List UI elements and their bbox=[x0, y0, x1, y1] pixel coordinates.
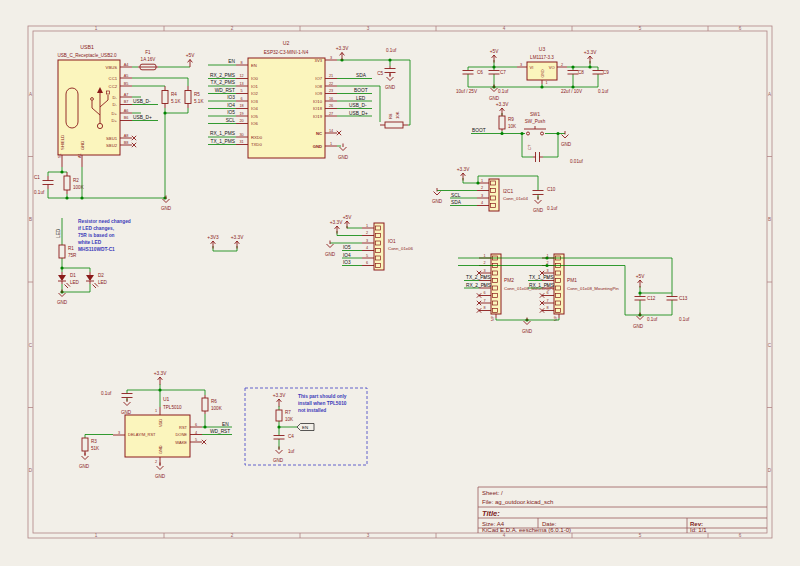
power-3v3-icon bbox=[500, 108, 505, 116]
component-c-tpl[interactable]: 0.1uf bbox=[101, 391, 133, 398]
c8-value: 22uf / 10V bbox=[561, 89, 583, 94]
pm1-value: Conn_01x08_MountingPin bbox=[567, 286, 619, 291]
c9-ref: C9 bbox=[603, 70, 609, 75]
pin-number: 4 bbox=[195, 431, 197, 435]
c10-ref: C10 bbox=[547, 187, 556, 192]
gnd-icon bbox=[535, 197, 542, 204]
pin-number: B7 bbox=[124, 100, 129, 104]
component-u3[interactable]: U3 LM1117-3.3 VI VO GND 3 2 1 bbox=[517, 46, 567, 85]
gnd-label: GND bbox=[633, 324, 644, 329]
component-r8[interactable]: R8 10K bbox=[380, 111, 408, 128]
component-c6[interactable]: C6 10uf / 25V bbox=[456, 70, 483, 94]
component-c7[interactable]: C7 0.1uf bbox=[489, 70, 509, 94]
schematic-canvas[interactable]: 1 2 3 4 5 6 1 2 3 4 5 6 A B C D A B C D … bbox=[0, 0, 800, 566]
pin-name: GND bbox=[541, 69, 545, 77]
component-d2[interactable]: D2 LED bbox=[86, 272, 108, 288]
power-3v3-icon bbox=[235, 241, 240, 249]
d2-value: LED bbox=[98, 280, 108, 285]
component-io1[interactable]: 1 2 3 4 5 6 IO1 Conn_01x06 bbox=[362, 223, 413, 270]
component-d1[interactable]: D1 LED bbox=[58, 272, 80, 288]
pin-number: 1 bbox=[366, 224, 368, 228]
pin-number: 6 bbox=[195, 423, 197, 427]
regulator-section[interactable]: U3 LM1117-3.3 VI VO GND 3 2 1 +5V +3.3V … bbox=[456, 46, 609, 101]
component-c-sw[interactable]: C? 0.01uf bbox=[527, 144, 583, 164]
component-u2[interactable]: U2 ESP32-C3-MINI-1-N4 EN IO0 IO1 IO2 IO3… bbox=[236, 40, 341, 158]
net-label-sda: SDA bbox=[451, 200, 462, 205]
component-sw1[interactable]: SW1 SW_Push bbox=[524, 112, 546, 136]
component-i2c1[interactable]: 1 2 3 4 I2C1 Conn_01x04 bbox=[477, 179, 528, 211]
pin-name: RXD0 bbox=[251, 135, 263, 140]
pin-name: IO18 bbox=[313, 106, 323, 111]
c1-value: 0.1uf bbox=[34, 190, 45, 195]
pin-number: 27 bbox=[329, 112, 333, 116]
svg-text:white LED: white LED bbox=[77, 240, 102, 245]
net-label-usb-dm: USB_D- bbox=[349, 103, 367, 108]
svg-text:This part should only: This part should only bbox=[298, 394, 347, 399]
r3-ref: R3 bbox=[91, 439, 97, 444]
pin-number: B6 bbox=[124, 116, 129, 120]
pin-number: 3 bbox=[520, 63, 522, 67]
io1-ref: IO1 bbox=[388, 239, 396, 244]
col-label: 1 bbox=[95, 26, 98, 31]
component-r2[interactable]: R2 100K bbox=[64, 172, 85, 194]
boot-switch-section[interactable]: R9 10K +3.3V SW1 SW_Push C? 0.01uf GND B… bbox=[471, 102, 583, 164]
power-label: +5V bbox=[343, 215, 352, 220]
wires-pm[interactable] bbox=[458, 256, 672, 321]
component-c9[interactable]: C9 0.1uf bbox=[593, 70, 610, 94]
pin-name: IO3 bbox=[251, 99, 258, 104]
component-r3[interactable]: R3 51K bbox=[82, 438, 100, 455]
pm-section[interactable]: 1 2 3 4 5 6 7 8 MP PM2 Conn_01x08_Mounti… bbox=[458, 254, 690, 334]
component-r9[interactable]: R9 10K bbox=[499, 116, 517, 131]
pin-number: 6 bbox=[546, 291, 548, 295]
net-label: IO5 bbox=[227, 110, 235, 115]
component-r6[interactable]: R6 100K bbox=[202, 395, 223, 414]
alt-en-section[interactable]: +3.3V R7 10K EN C4 1uf GND This part sho… bbox=[245, 388, 367, 465]
power-3v3-alt-icon bbox=[211, 241, 216, 249]
c1-ref: C1 bbox=[34, 175, 40, 180]
c4-value: 1uf bbox=[288, 449, 295, 454]
pin-number: 3 bbox=[546, 269, 548, 273]
title-block-tool: KiCad E.D.A. eeschema (6.0.1-0) bbox=[482, 527, 571, 533]
component-r5[interactable]: R5 5.1K bbox=[185, 86, 204, 108]
pin-name: GND bbox=[313, 144, 322, 149]
r5-value: 5.1K bbox=[194, 99, 204, 104]
gnd-icon bbox=[163, 196, 170, 203]
i2c1-value: Conn_01x04 bbox=[503, 196, 528, 201]
power-5v-icon bbox=[188, 60, 193, 68]
c6-ref: C6 bbox=[477, 70, 483, 75]
row-label: B bbox=[29, 217, 32, 222]
component-r1[interactable]: R1 75R bbox=[59, 245, 77, 258]
component-c13[interactable]: C13 0.1uf bbox=[667, 296, 690, 322]
pin-name: TXD0 bbox=[251, 142, 262, 147]
pin-number: 2 bbox=[561, 63, 563, 67]
row-label: C bbox=[29, 343, 33, 348]
wires-u2-right[interactable] bbox=[337, 58, 410, 146]
power-label: +3.3V bbox=[154, 371, 167, 376]
net-label: RX_1_PMS bbox=[210, 131, 235, 136]
component-r7[interactable]: R7 10K bbox=[276, 410, 294, 422]
net-label: RX_1_PMS bbox=[529, 283, 554, 288]
gnd-icon bbox=[276, 447, 283, 454]
component-c1[interactable]: C1 0.1uf bbox=[34, 175, 54, 195]
component-usb1[interactable]: USB1 USB_C_Receptacle_USB2.0 VBUS CC1 CC… bbox=[57, 44, 136, 167]
col-label: 5 bbox=[639, 26, 642, 31]
pin-number: 18 bbox=[239, 104, 243, 108]
pin-number: 2 bbox=[366, 231, 368, 235]
component-r4[interactable]: R4 5.1K bbox=[162, 86, 181, 108]
col-label: 4 bbox=[503, 26, 506, 31]
r2-ref: R2 bbox=[73, 178, 79, 183]
led-section[interactable]: LED R1 75R D1 LED D2 LED GND bbox=[56, 218, 108, 305]
col-label: 5 bbox=[639, 533, 642, 538]
component-c5[interactable]: C5 0.1uf bbox=[377, 48, 397, 76]
title-block-date: Date: bbox=[542, 521, 557, 527]
gnd-icon bbox=[637, 313, 644, 320]
power-label: +3.3V bbox=[496, 102, 509, 107]
f1-value: 1A 16V bbox=[141, 57, 157, 62]
power-tie[interactable]: +3V3 +3.3V bbox=[207, 235, 244, 251]
pin-name: EN bbox=[251, 63, 257, 68]
tpl5010-section[interactable]: +3.3V 0.1uf GND R6 100K U1 TPL5010 VDD G… bbox=[79, 371, 232, 479]
u1-value: TPL5010 bbox=[163, 405, 182, 410]
row-label: A bbox=[768, 92, 772, 97]
component-f1[interactable]: F1 1A 16V bbox=[138, 50, 158, 70]
pin-number: 1 bbox=[546, 81, 548, 85]
